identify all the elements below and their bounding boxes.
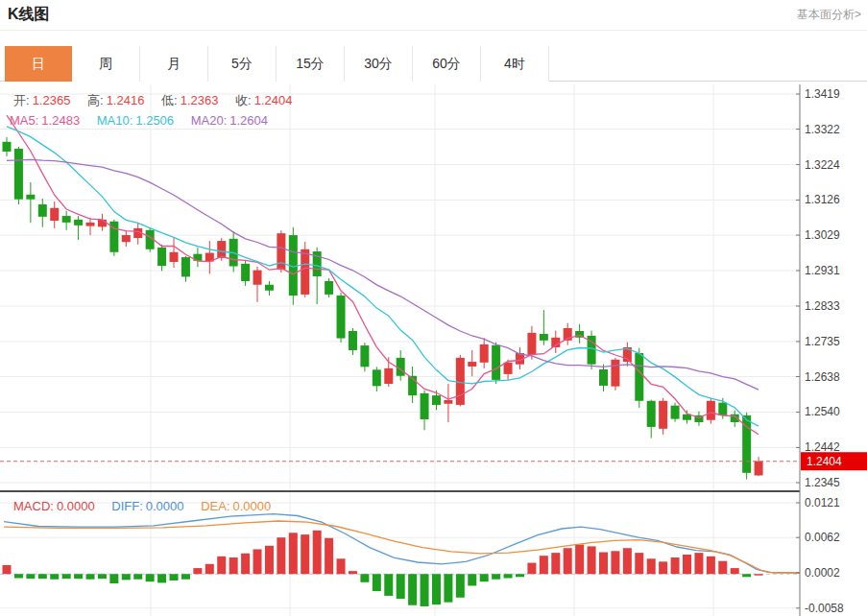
macd-axis-label: 0.0002 xyxy=(805,566,840,580)
ma10-value: 1.2506 xyxy=(135,113,174,128)
tab-day[interactable]: 日 xyxy=(5,46,72,82)
ma5-value: 1.2483 xyxy=(41,113,80,128)
y-axis-label: 1.3322 xyxy=(805,123,840,136)
y-axis-label: 1.3029 xyxy=(805,228,840,242)
macd-axis-label: 0.0121 xyxy=(805,496,840,509)
fundamental-analysis-link[interactable]: 基本面分析> xyxy=(797,7,861,23)
tab-5min[interactable]: 5分 xyxy=(208,46,277,82)
ma5-label: MA5: xyxy=(10,113,38,128)
tab-month[interactable]: 月 xyxy=(140,46,208,82)
close-label: 收: xyxy=(235,93,252,107)
open-label: 开: xyxy=(13,93,30,107)
macd-label: MACD: xyxy=(13,499,54,513)
y-axis-label: 1.2735 xyxy=(805,335,840,348)
tab-15min[interactable]: 15分 xyxy=(277,46,345,82)
y-axis-label: 1.2638 xyxy=(805,370,840,384)
high-label: 高: xyxy=(87,93,104,107)
macd-value: 0.0000 xyxy=(57,499,95,513)
diff-value: 0.0000 xyxy=(146,499,184,513)
high-value: 1.2416 xyxy=(107,93,145,107)
y-axis-label: 1.2540 xyxy=(805,405,840,418)
ma-row: MA5:1.2483 MA10:1.2506 MA20:1.2604 xyxy=(10,113,271,128)
macd-axis-label: 0.0062 xyxy=(805,531,840,544)
y-axis-label: 1.3419 xyxy=(805,87,840,101)
y-axis-label: 1.2345 xyxy=(805,476,840,489)
tab-30min[interactable]: 30分 xyxy=(345,46,413,82)
page-title: K线图 xyxy=(8,5,50,25)
y-axis-label: 1.2833 xyxy=(805,299,840,313)
macd-axis-label: -0.0058 xyxy=(805,602,844,615)
low-value: 1.2363 xyxy=(181,93,219,107)
diff-label: DIFF: xyxy=(111,499,143,513)
chart-plot-area[interactable] xyxy=(0,84,800,616)
close-value: 1.2404 xyxy=(254,93,293,107)
y-axis-label: 1.2931 xyxy=(805,264,840,277)
macd-row: MACD:0.0000 DIFF:0.0000 DEA:0.0000 xyxy=(13,499,274,513)
page-header: K线图 基本面分析> xyxy=(0,0,867,31)
period-tabbar: 日周月5分15分30分60分4时 xyxy=(0,46,867,82)
price-tag-text: 1.2404 xyxy=(807,455,842,468)
tab-week[interactable]: 周 xyxy=(72,46,140,82)
ma20-label: MA20: xyxy=(191,113,228,128)
dea-value: 0.0000 xyxy=(233,499,272,513)
ohlc-row: 开:1.2365 高:1.2416 低:1.2363 收:1.2404 xyxy=(13,92,295,109)
y-axis-label: 1.3224 xyxy=(805,158,840,172)
open-value: 1.2365 xyxy=(33,93,71,107)
low-label: 低: xyxy=(161,93,178,107)
dea-label: DEA: xyxy=(201,499,229,513)
ma20-value: 1.2604 xyxy=(229,113,268,128)
y-axis-label: 1.3126 xyxy=(805,193,840,206)
ma10-label: MA10: xyxy=(97,113,133,128)
tab-4hour[interactable]: 4时 xyxy=(481,46,549,82)
tab-60min[interactable]: 60分 xyxy=(413,46,481,82)
current-price-tag: 1.2404 xyxy=(801,452,867,470)
